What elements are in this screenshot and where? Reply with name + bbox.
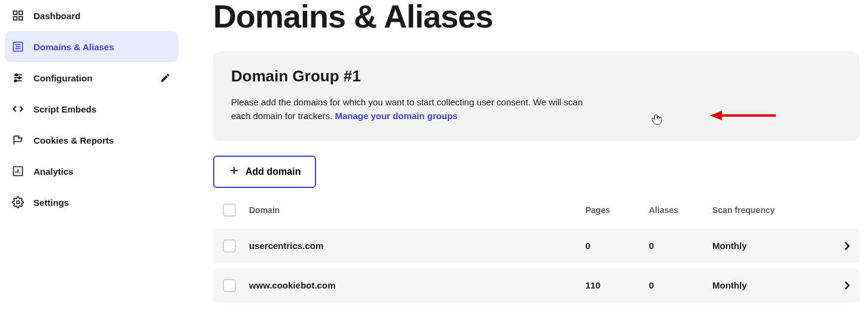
sidebar-item-label: Analytics: [34, 166, 171, 177]
cell-freq: Monthly: [712, 280, 832, 290]
dashboard-icon: [12, 10, 24, 22]
add-domain-button[interactable]: Add domain: [213, 156, 316, 188]
expand-row[interactable]: [832, 281, 850, 290]
cell-domain: www.cookiebot.com: [249, 280, 585, 290]
svg-point-9: [16, 74, 17, 75]
sliders-icon: [12, 72, 24, 84]
sidebar-item-cookies-reports[interactable]: Cookies & Reports: [5, 124, 178, 156]
svg-rect-2: [14, 17, 17, 20]
cell-pages: 110: [585, 280, 649, 290]
col-pages: Pages: [585, 205, 649, 215]
cell-aliases: 0: [649, 280, 712, 290]
chart-icon: [12, 165, 24, 177]
col-domain: Domain: [249, 205, 585, 215]
manage-groups-link[interactable]: Manage your domain groups: [335, 111, 457, 121]
code-icon: [12, 103, 24, 115]
chevron-right-icon: [844, 281, 850, 290]
sidebar-item-label: Cookies & Reports: [34, 135, 171, 145]
cursor-hand-icon: [651, 114, 662, 128]
domain-group-card: Domain Group #1 Please add the domains f…: [213, 51, 860, 141]
chevron-right-icon: [844, 241, 850, 251]
add-domain-label: Add domain: [245, 166, 301, 177]
row-checkbox[interactable]: [223, 279, 236, 292]
svg-point-18: [17, 201, 20, 204]
sidebar-item-settings[interactable]: Settings: [5, 187, 178, 218]
list-icon: [12, 41, 24, 53]
col-freq: Scan frequency: [712, 205, 832, 215]
cell-aliases: 0: [649, 241, 712, 251]
cell-freq: Monthly: [712, 241, 832, 251]
svg-rect-3: [19, 17, 23, 20]
group-description: Please add the domains for which you wan…: [231, 95, 602, 123]
sidebar: Dashboard Domains & Aliases Configuratio…: [0, 0, 183, 313]
pencil-icon[interactable]: [159, 72, 171, 84]
svg-rect-1: [19, 11, 23, 15]
flag-icon: [12, 134, 24, 146]
row-checkbox[interactable]: [223, 239, 236, 253]
plus-icon: [229, 165, 239, 178]
svg-point-13: [14, 80, 16, 81]
sidebar-item-configuration[interactable]: Configuration: [5, 62, 178, 93]
sidebar-item-script-embeds[interactable]: Script Embeds: [5, 93, 178, 124]
sidebar-item-analytics[interactable]: Analytics: [5, 156, 178, 187]
sidebar-item-label: Settings: [34, 197, 171, 208]
sidebar-item-domains[interactable]: Domains & Aliases: [5, 31, 178, 62]
domains-table: Domain Pages Aliases Scan frequency user…: [213, 196, 860, 303]
col-aliases: Aliases: [649, 205, 712, 215]
table-header: Domain Pages Aliases Scan frequency: [213, 196, 860, 224]
annotation-arrow-icon: [710, 110, 776, 123]
main-content: Domains & Aliases Domain Group #1 Please…: [183, 0, 868, 313]
sidebar-item-label: Domains & Aliases: [34, 42, 171, 52]
sidebar-item-dashboard[interactable]: Dashboard: [5, 0, 178, 31]
gear-icon: [12, 196, 24, 208]
sidebar-item-label: Script Embeds: [34, 104, 171, 114]
svg-point-11: [19, 77, 20, 78]
table-row[interactable]: www.cookiebot.com 110 0 Monthly: [213, 268, 860, 303]
table-row[interactable]: usercentrics.com 0 0 Monthly: [213, 229, 860, 263]
svg-rect-0: [14, 11, 17, 15]
expand-row[interactable]: [832, 241, 850, 251]
group-title: Domain Group #1: [231, 67, 842, 86]
page-title: Domains & Aliases: [213, 0, 868, 35]
select-all-checkbox[interactable]: [223, 203, 236, 217]
pagination: [213, 303, 860, 314]
sidebar-item-label: Dashboard: [34, 11, 171, 21]
sidebar-item-label: Configuration: [34, 73, 150, 83]
cell-domain: usercentrics.com: [249, 241, 585, 251]
cell-pages: 0: [585, 241, 649, 251]
svg-marker-20: [710, 111, 722, 120]
